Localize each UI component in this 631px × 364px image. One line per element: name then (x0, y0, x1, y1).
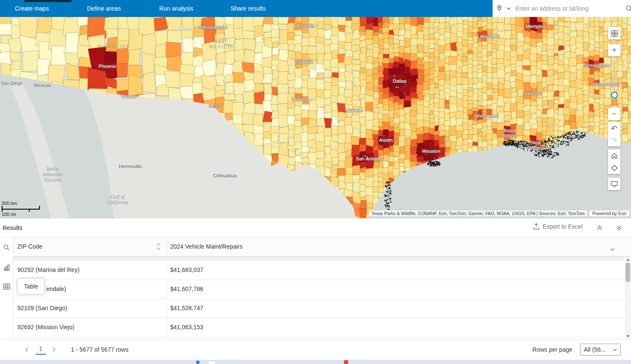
taskbar-app-icon[interactable] (344, 360, 348, 364)
row-column-divider (167, 318, 167, 337)
table-row[interactable]: endale) $41,607,786 (13, 280, 624, 299)
select-chevron-icon (613, 348, 617, 351)
next-page-icon[interactable] (49, 345, 59, 354)
tab-define-areas[interactable]: Define areas (87, 0, 121, 17)
search-icon[interactable] (625, 5, 631, 12)
taskbar-app-icon[interactable] (196, 361, 200, 364)
table-rows: 90292 (Marina del Rey) $41,683,037 endal… (13, 261, 624, 337)
value-cell: $41,607,786 (170, 286, 203, 292)
zip-cell: 92109 (San Diego) (17, 305, 68, 311)
chevron-down-icon[interactable] (506, 7, 511, 10)
rows-per-page-label: Rows per page (532, 346, 572, 353)
row-column-divider (167, 299, 167, 318)
table-gap-strip (13, 257, 624, 261)
row-column-divider (167, 261, 167, 280)
metric-column-header[interactable]: 2024 Vehicle Maint/Repairs (170, 243, 242, 250)
export-label: Export to Excel (543, 223, 583, 230)
search-results-icon[interactable] (2, 243, 11, 252)
zoom-slider-thumb[interactable] (611, 92, 618, 98)
scale-mi-rule (2, 209, 30, 212)
zip-code-column-header[interactable]: ZIP Code (17, 243, 42, 250)
undo-icon[interactable]: ↶ (608, 122, 620, 134)
expand-panel-icon[interactable] (613, 222, 625, 234)
value-cell: $41,528,747 (170, 305, 203, 311)
results-header: Results Export to Excel (0, 218, 631, 238)
vertical-scrollbar[interactable] (625, 257, 631, 339)
taskbar-app-icon[interactable] (208, 361, 216, 364)
zoom-in-button[interactable]: + (608, 44, 620, 56)
zoom-slider-track[interactable] (614, 59, 615, 106)
sort-icon[interactable] (156, 243, 161, 252)
export-icon (533, 223, 540, 230)
pagination-bar: 1 1 - 5677 of 5677 rows Rows per page Al… (0, 339, 631, 360)
export-to-excel-button[interactable]: Export to Excel (533, 223, 583, 230)
table-row[interactable]: 90292 (Marina del Rey) $41,683,037 (13, 261, 624, 280)
table-icon[interactable] (2, 282, 11, 291)
rows-per-page-value: All (56... (584, 346, 606, 353)
map-view: AlbuquerqueNEW MEXICORIVERSIDEAmarilloMe… (0, 17, 631, 218)
scroll-up-arrow[interactable] (626, 258, 630, 261)
choropleth-map-canvas[interactable] (0, 17, 631, 218)
zip-cell: 90292 (Marina del Rey) (17, 266, 79, 273)
value-cell: $41,063,153 (170, 324, 203, 330)
scale-km-label: 200 km (2, 201, 40, 206)
scrollbar-thumb[interactable] (625, 263, 630, 282)
chart-icon[interactable] (2, 263, 11, 272)
map-attribution: Texas Parks & Wildlife, CONANP, Esri, To… (369, 210, 587, 216)
home-icon[interactable] (608, 149, 620, 162)
results-panel: Results Export to Excel Table Z (0, 218, 631, 360)
scale-mi-label: 100 mi (2, 212, 40, 217)
results-body: Table ZIP Code 2024 Vehicle Maint/Repair… (0, 238, 631, 339)
row-range-text: 1 - 5677 of 5677 rows (71, 346, 128, 353)
locate-icon[interactable] (608, 162, 620, 174)
top-navigation-bar: Create maps Define areas Run analysis Sh… (0, 0, 631, 17)
fullscreen-display-icon[interactable] (608, 178, 620, 190)
table-row[interactable]: 92692 (Mission Viejo) $41,063,153 (13, 318, 624, 337)
scale-bar: 200 km 100 mi (2, 201, 40, 217)
current-page-button[interactable]: 1 (36, 344, 46, 355)
column-divider (167, 241, 167, 253)
scroll-down-arrow[interactable] (626, 335, 630, 338)
value-cell: $41,683,037 (170, 266, 203, 273)
zip-cell: endale) (46, 286, 66, 292)
table-header-row: ZIP Code 2024 Vehicle Maint/Repairs (13, 238, 631, 257)
tab-share-results[interactable]: Share results (231, 0, 265, 17)
table-row[interactable]: 92109 (San Diego) $41,528,747 (13, 299, 624, 318)
row-column-divider (167, 280, 167, 299)
results-tool-rail (0, 238, 13, 339)
basemap-grid-button[interactable] (608, 27, 620, 39)
redo-icon[interactable]: ↷ (608, 134, 620, 146)
zoom-out-button[interactable]: − (608, 108, 620, 120)
search-input[interactable] (515, 5, 622, 12)
collapse-panel-icon[interactable] (594, 222, 606, 234)
location-pin-icon[interactable] (496, 5, 503, 12)
column-menu-chevron-icon[interactable] (610, 245, 615, 253)
previous-page-icon[interactable] (22, 345, 31, 354)
table-tooltip: Table (18, 279, 44, 294)
address-search-box (493, 0, 631, 17)
results-title: Results (3, 224, 23, 231)
zip-cell: 92692 (Mission Viejo) (17, 324, 74, 330)
powered-by-esri: Powered by Esri (589, 210, 629, 216)
results-table: ZIP Code 2024 Vehicle Maint/Repairs 9029… (13, 238, 631, 339)
taskbar-sliver (0, 360, 631, 364)
rows-per-page-select[interactable]: All (56... (580, 344, 621, 356)
tab-run-analysis[interactable]: Run analysis (159, 0, 193, 17)
tab-create-maps[interactable]: Create maps (15, 0, 49, 17)
